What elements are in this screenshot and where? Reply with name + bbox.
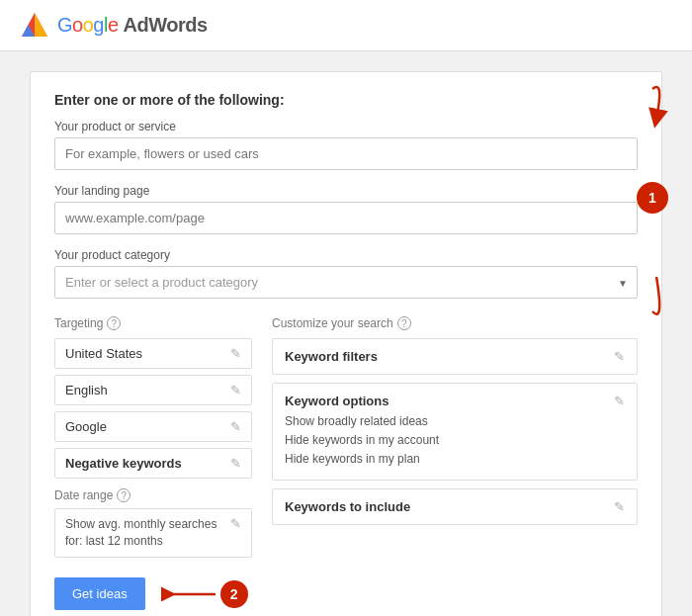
- keywords-include-header: Keywords to include ✎: [285, 499, 625, 514]
- button-row: Get ideas 2: [54, 577, 638, 611]
- country-edit-icon[interactable]: ✎: [230, 346, 241, 361]
- svg-marker-1: [35, 13, 47, 37]
- language-edit-icon[interactable]: ✎: [230, 383, 241, 397]
- keyword-filters-header: Keyword filters ✎: [285, 349, 625, 364]
- product-input[interactable]: [54, 137, 638, 170]
- two-column-section: Targeting ? United States ✎ English ✎ Go…: [54, 316, 638, 558]
- customize-label: Customize your search ?: [272, 316, 638, 330]
- logo-text: Google AdWords: [57, 14, 208, 37]
- keywords-include-edit-icon[interactable]: ✎: [614, 499, 625, 514]
- keyword-options-item[interactable]: Keyword options ✎ Show broadly related i…: [272, 383, 638, 481]
- get-ideas-button[interactable]: Get ideas: [54, 577, 145, 610]
- category-select[interactable]: Enter or select a product category: [54, 266, 638, 299]
- landing-input[interactable]: [54, 202, 638, 234]
- keywords-include-item[interactable]: Keywords to include ✎: [272, 488, 638, 525]
- arrow-left-icon: [161, 577, 220, 611]
- keyword-options-title: Keyword options: [285, 394, 389, 408]
- negative-keywords-text: Negative keywords: [65, 456, 182, 471]
- targeting-label: Targeting ?: [54, 316, 252, 330]
- app-header: Google AdWords: [0, 0, 692, 51]
- date-help-icon[interactable]: ?: [117, 488, 130, 502]
- network-edit-icon[interactable]: ✎: [230, 419, 241, 434]
- date-range-item[interactable]: Show avg. monthly searches for: last 12 …: [54, 508, 252, 558]
- targeting-help-icon[interactable]: ?: [107, 316, 121, 330]
- keyword-options-sub: Show broadly related ideas Hide keywords…: [285, 412, 625, 470]
- category-label: Your product category: [54, 248, 638, 262]
- form-title: Enter one or more of the following:: [54, 92, 638, 108]
- language-text: English: [65, 383, 108, 397]
- keyword-options-edit-icon[interactable]: ✎: [614, 394, 625, 408]
- category-select-wrapper: Enter or select a product category: [54, 266, 638, 312]
- main-content: 1 Enter one or more of the following: Yo…: [0, 51, 692, 616]
- network-text: Google: [65, 419, 107, 434]
- targeting-negative-keywords[interactable]: Negative keywords ✎: [54, 448, 252, 479]
- form-card: Enter one or more of the following: Your…: [30, 71, 662, 616]
- customize-column: Customize your search ? Keyword filters …: [272, 316, 638, 558]
- product-label: Your product or service: [54, 120, 638, 133]
- keyword-filters-title: Keyword filters: [285, 349, 378, 364]
- badge-2: 2: [220, 580, 248, 608]
- badge-arrow-2: 2: [161, 577, 248, 611]
- targeting-country[interactable]: United States ✎: [54, 338, 252, 369]
- country-text: United States: [65, 346, 142, 361]
- keywords-include-title: Keywords to include: [285, 499, 410, 514]
- keyword-options-header: Keyword options ✎: [285, 394, 625, 408]
- targeting-column: Targeting ? United States ✎ English ✎ Go…: [54, 316, 252, 558]
- customize-help-icon[interactable]: ?: [397, 316, 411, 330]
- google-logo-icon: [20, 11, 49, 41]
- keyword-filters-item[interactable]: Keyword filters ✎: [272, 338, 638, 375]
- landing-label: Your landing page: [54, 184, 638, 198]
- logo: Google AdWords: [20, 11, 208, 41]
- date-text: Show avg. monthly searches for: last 12 …: [65, 516, 216, 550]
- targeting-network[interactable]: Google ✎: [54, 411, 252, 442]
- date-edit-icon[interactable]: ✎: [230, 516, 241, 531]
- targeting-language[interactable]: English ✎: [54, 375, 252, 405]
- keyword-filters-edit-icon[interactable]: ✎: [614, 349, 625, 364]
- negative-keywords-edit-icon[interactable]: ✎: [230, 456, 241, 471]
- date-range-label: Date range ?: [54, 488, 252, 502]
